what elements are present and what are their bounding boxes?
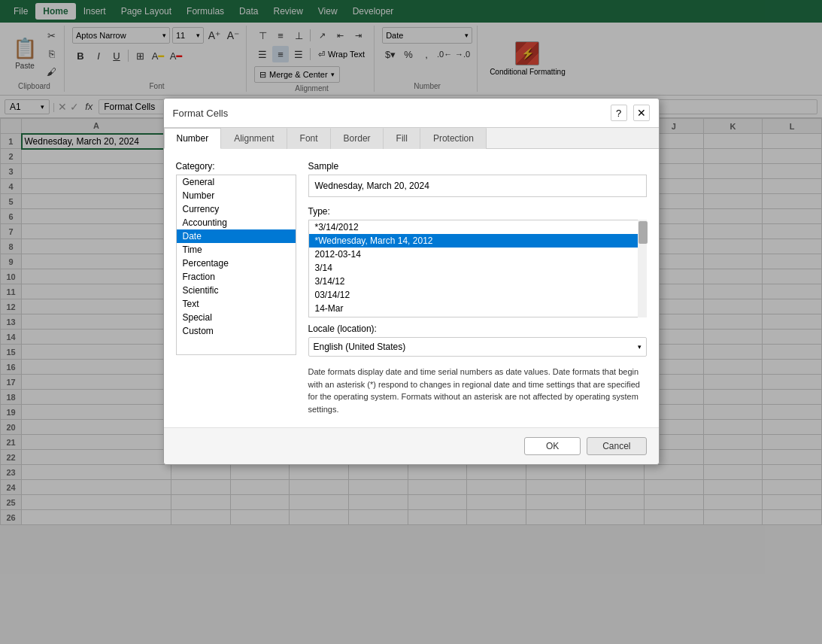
tab-number[interactable]: Number <box>164 128 222 149</box>
category-item-currency[interactable]: Currency <box>177 202 296 216</box>
sample-section: Sample Wednesday, March 20, 2024 <box>308 161 647 197</box>
tab-fill[interactable]: Fill <box>384 128 420 149</box>
dialog-controls: ? ✕ <box>611 118 650 121</box>
ok-button[interactable]: OK <box>524 437 581 455</box>
category-item-custom[interactable]: Custom <box>177 324 296 338</box>
sheet-area: A B C D E F G H I J K L 1Wednesday, Marc <box>0 118 822 644</box>
dialog-help-button[interactable]: ? <box>611 118 627 121</box>
dialog-tabs: Number Alignment Font Border Fill Protec… <box>164 128 659 149</box>
tab-border[interactable]: Border <box>331 128 384 149</box>
type-item[interactable]: *Wednesday, March 14, 2012 <box>309 234 646 248</box>
category-item-time[interactable]: Time <box>177 243 296 257</box>
dialog-body: Category: GeneralNumberCurrencyAccountin… <box>164 149 659 427</box>
type-list[interactable]: *3/14/2012*Wednesday, March 14, 20122012… <box>308 220 647 317</box>
dialog-overlay: Format Cells ? ✕ Number Alignment Font B… <box>0 118 822 644</box>
type-label: Type: <box>308 206 647 217</box>
category-item-special[interactable]: Special <box>177 311 296 324</box>
dialog-close-button[interactable]: ✕ <box>633 118 650 121</box>
category-item-accounting[interactable]: Accounting <box>177 216 296 229</box>
locale-label: Locale (location): <box>308 324 647 334</box>
format-cells-dialog: Format Cells ? ✕ Number Alignment Font B… <box>163 118 660 465</box>
tab-protection[interactable]: Protection <box>420 128 487 149</box>
dialog-titlebar: Format Cells ? ✕ <box>164 118 659 128</box>
category-item-percentage[interactable]: Percentage <box>177 257 296 270</box>
tab-alignment[interactable]: Alignment <box>221 128 287 149</box>
category-item-general[interactable]: General <box>177 175 296 189</box>
category-item-scientific[interactable]: Scientific <box>177 284 296 297</box>
type-item[interactable]: 3/14 <box>309 261 646 275</box>
type-section: Type: *3/14/2012*Wednesday, March 14, 20… <box>308 206 647 317</box>
type-item[interactable]: *3/14/2012 <box>309 220 646 234</box>
type-scroll-track[interactable] <box>638 220 647 317</box>
sample-value: Wednesday, March 20, 2024 <box>315 181 429 191</box>
tab-font[interactable]: Font <box>287 128 331 149</box>
category-item-date[interactable]: Date <box>177 229 296 243</box>
dialog-footer: OK Cancel <box>164 427 659 464</box>
type-item[interactable]: 3/14/12 <box>309 275 646 288</box>
type-item[interactable]: 2012-03-14 <box>309 248 646 261</box>
category-item-fraction[interactable]: Fraction <box>177 270 296 284</box>
dialog-description: Date formats display date and time seria… <box>308 366 647 415</box>
sample-box: Wednesday, March 20, 2024 <box>308 175 647 197</box>
category-list[interactable]: GeneralNumberCurrencyAccountingDateTimeP… <box>176 175 296 355</box>
sample-label: Sample <box>308 161 647 172</box>
dialog-title: Format Cells <box>173 118 229 119</box>
category-item-text[interactable]: Text <box>177 297 296 311</box>
locale-select[interactable]: English (United States) ▾ <box>308 337 647 357</box>
type-item[interactable]: 14-Mar <box>309 302 646 315</box>
category-item-number[interactable]: Number <box>177 189 296 202</box>
cancel-button[interactable]: Cancel <box>587 437 646 455</box>
category-label: Category: <box>176 161 296 172</box>
type-item[interactable]: 03/14/12 <box>309 288 646 302</box>
